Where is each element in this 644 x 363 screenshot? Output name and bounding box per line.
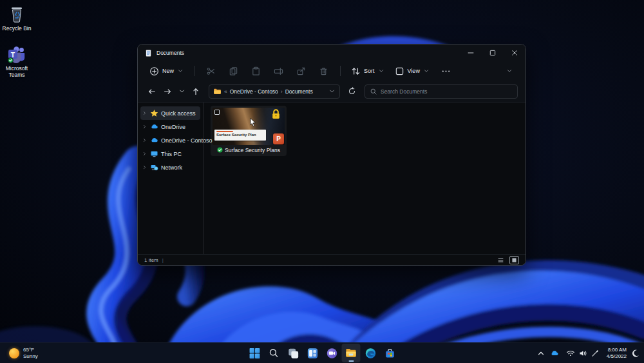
view-button[interactable]: View xyxy=(391,64,433,79)
see-more-button[interactable] xyxy=(436,64,456,79)
arrow-right-icon xyxy=(163,87,172,96)
slide-brand-mark xyxy=(216,131,233,132)
breadcrumb-onedrive-contoso[interactable]: OneDrive - Contoso xyxy=(230,88,278,95)
address-bar[interactable]: « OneDrive - Contoso › Documents xyxy=(209,84,340,99)
chevron-down-icon xyxy=(423,68,430,74)
chat-button[interactable] xyxy=(323,344,341,362)
share-icon xyxy=(296,66,306,76)
command-bar-expand-button[interactable] xyxy=(501,65,518,77)
file-name: Surface Security Plans xyxy=(225,147,280,153)
expand-chevron-icon[interactable] xyxy=(142,110,147,116)
file-list-area[interactable]: Surface Security Plan P Surface Security… xyxy=(204,103,526,254)
forward-button[interactable] xyxy=(161,85,174,98)
expand-chevron-icon[interactable] xyxy=(142,137,147,143)
microsoft-store-button[interactable] xyxy=(381,344,399,362)
view-label: View xyxy=(408,68,420,74)
search-button[interactable] xyxy=(265,344,283,362)
svg-text:T: T xyxy=(11,50,15,58)
paste-icon xyxy=(251,66,261,76)
teams-label: Microsoft Teams xyxy=(0,66,33,79)
lock-icon xyxy=(271,109,281,120)
back-button[interactable] xyxy=(146,85,158,98)
sidebar-item-onedrive-contoso[interactable]: OneDrive - Contoso xyxy=(140,133,200,147)
microsoft-teams-icon[interactable]: T Microsoft Teams xyxy=(0,44,33,79)
command-bar: New Sort View xyxy=(138,61,526,81)
titlebar[interactable]: Documents xyxy=(138,44,526,61)
minimize-button[interactable] xyxy=(460,44,482,61)
slide-preview: Surface Security Plan xyxy=(214,130,266,141)
breadcrumb-separator: › xyxy=(281,88,283,95)
close-button[interactable] xyxy=(504,44,526,61)
onedrive-synced-icon xyxy=(217,147,223,153)
refresh-button[interactable] xyxy=(345,85,358,98)
hidden-icons-chevron[interactable] xyxy=(536,349,545,358)
chevron-down-icon xyxy=(177,68,184,74)
network-icon xyxy=(150,163,158,172)
breadcrumb-documents[interactable]: Documents xyxy=(285,88,313,95)
maximize-button[interactable] xyxy=(482,44,504,61)
toolbar-divider xyxy=(340,66,341,76)
address-dropdown-icon[interactable] xyxy=(328,88,336,95)
cut-button[interactable] xyxy=(201,64,221,79)
file-explorer-icon xyxy=(345,347,357,359)
file-item-surface-security-plans[interactable]: Surface Security Plan P Surface Security… xyxy=(211,106,287,156)
sidebar-label: Quick access xyxy=(161,110,196,117)
star-icon xyxy=(150,109,158,117)
file-label-row: Surface Security Plans xyxy=(213,145,285,155)
slide-title: Surface Security Plan xyxy=(216,133,264,137)
new-button[interactable]: New xyxy=(146,64,187,79)
arrow-up-icon xyxy=(191,87,200,96)
sidebar-item-onedrive[interactable]: OneDrive xyxy=(140,120,200,133)
clock[interactable]: 8:00 AM 4/5/2022 xyxy=(607,347,627,360)
file-explorer-button[interactable] xyxy=(342,344,361,362)
mouse-cursor xyxy=(250,118,256,127)
start-button[interactable] xyxy=(245,344,264,362)
refresh-icon xyxy=(348,87,356,95)
status-divider: | xyxy=(162,257,164,263)
onedrive-tray-icon[interactable] xyxy=(550,349,559,358)
recycle-bin-icon[interactable]: Recycle Bin xyxy=(0,4,33,32)
expand-chevron-icon[interactable] xyxy=(142,164,147,170)
navigation-pane: Quick access OneDrive OneDrive - Contoso… xyxy=(138,103,204,254)
widgets-icon xyxy=(307,348,318,359)
window-document-icon xyxy=(144,49,153,57)
desktop-icon-area: Recycle Bin T Microsoft Teams xyxy=(0,4,33,90)
sidebar-label: Network xyxy=(161,164,182,171)
taskbar-center xyxy=(245,344,399,362)
up-button[interactable] xyxy=(189,85,202,98)
search-input[interactable] xyxy=(381,88,513,95)
onedrive-cloud-icon xyxy=(150,136,158,144)
quick-settings[interactable] xyxy=(564,347,602,360)
breadcrumb-overflow[interactable]: « xyxy=(224,88,227,95)
widgets-button[interactable] xyxy=(303,344,322,362)
system-tray: 8:00 AM 4/5/2022 xyxy=(536,343,640,363)
large-icons-view-button[interactable] xyxy=(509,256,519,264)
store-icon xyxy=(384,348,395,359)
recent-locations-button[interactable] xyxy=(176,85,187,98)
more-dots-icon xyxy=(441,66,451,76)
chat-camera-icon xyxy=(326,348,337,359)
weather-condition: Sunny xyxy=(23,353,38,360)
expand-chevron-icon[interactable] xyxy=(142,151,147,157)
paste-button[interactable] xyxy=(246,64,266,79)
copy-button[interactable] xyxy=(223,64,243,79)
share-button[interactable] xyxy=(291,64,311,79)
task-view-button[interactable] xyxy=(284,344,303,362)
item-checkbox[interactable] xyxy=(214,110,220,115)
toolbar-divider xyxy=(194,66,194,76)
rename-button[interactable] xyxy=(269,64,289,79)
sidebar-item-quick-access[interactable]: Quick access xyxy=(140,106,200,120)
recycle-bin-glyph xyxy=(6,4,27,25)
edge-button[interactable] xyxy=(361,344,380,362)
details-view-button[interactable] xyxy=(496,256,506,264)
sidebar-item-network[interactable]: Network xyxy=(140,161,200,174)
sidebar-item-this-pc[interactable]: This PC xyxy=(140,147,200,161)
chevron-down-icon xyxy=(378,68,384,74)
focus-assist-moon-icon[interactable] xyxy=(631,349,640,358)
sidebar-label: OneDrive xyxy=(161,124,185,130)
sort-button[interactable]: Sort xyxy=(347,64,388,79)
weather-widget[interactable]: 65°F Sunny xyxy=(4,343,43,363)
status-bar: 1 item | xyxy=(138,254,526,265)
delete-button[interactable] xyxy=(314,64,334,79)
expand-chevron-icon[interactable] xyxy=(142,124,147,130)
